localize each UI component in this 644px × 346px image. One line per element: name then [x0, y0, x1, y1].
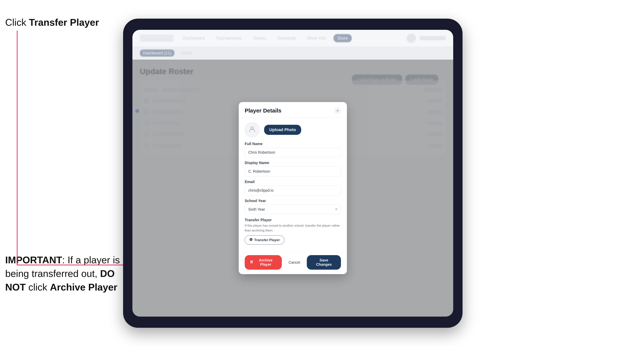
transfer-btn-label: Transfer Player — [254, 238, 280, 242]
display-name-label: Display Name — [245, 161, 341, 165]
email-group: Email — [245, 180, 341, 195]
archive-player-button[interactable]: Archive Player — [245, 255, 282, 270]
instruction-bold: Transfer Player — [29, 17, 99, 28]
sub-nav-active[interactable]: Active — [178, 49, 195, 57]
upload-photo-button[interactable]: Upload Photo — [264, 125, 301, 135]
school-year-select[interactable]: First Year Second Year Third Year Fourth… — [245, 204, 341, 214]
school-year-group: School Year First Year Second Year Third… — [245, 199, 341, 214]
display-name-group: Display Name — [245, 161, 341, 176]
nav-item-store[interactable]: Store — [334, 34, 352, 42]
archive-btn-label: Archive Player — [255, 258, 276, 267]
nav-avatar — [406, 33, 416, 43]
transfer-description: If this player has moved to another scho… — [245, 223, 341, 233]
important-bold: IMPORTANT — [5, 255, 62, 265]
nav-item-dashboard[interactable]: Dashboard — [179, 34, 208, 42]
nav-item-teams[interactable]: Teams — [249, 34, 270, 42]
save-changes-button[interactable]: Save Changes — [307, 255, 341, 270]
modal-overlay: Player Details × — [132, 60, 453, 317]
email-label: Email — [245, 180, 341, 184]
main-content: Update Roster + Add Player to Roster + A… — [132, 60, 453, 317]
transfer-player-button[interactable]: Transfer Player — [245, 235, 284, 244]
email-input[interactable] — [245, 185, 341, 195]
modal-header: Player Details × — [239, 102, 347, 118]
nav-item-schedule[interactable]: Schedule — [274, 34, 300, 42]
full-name-group: Full Name — [245, 142, 341, 157]
cancel-button[interactable]: Cancel — [285, 257, 304, 268]
avatar-circle — [245, 122, 260, 137]
person-icon — [249, 126, 256, 134]
tablet-device: Dashboard Tournaments Teams Schedule Mor… — [123, 19, 462, 328]
tablet-screen: Dashboard Tournaments Teams Schedule Mor… — [132, 30, 453, 317]
player-details-modal: Player Details × — [239, 102, 347, 274]
nav-item-more[interactable]: More Info — [304, 34, 330, 42]
display-name-input[interactable] — [245, 167, 341, 176]
instruction-bottom: IMPORTANT: If a player isbeing transferr… — [5, 253, 120, 294]
nav-logo — [140, 34, 174, 42]
instruction-top: Click Transfer Player — [5, 17, 99, 28]
nav-items: Dashboard Tournaments Teams Schedule Mor… — [179, 34, 401, 42]
avatar-section: Upload Photo — [245, 122, 341, 137]
full-name-label: Full Name — [245, 142, 341, 146]
transfer-label: Transfer Player — [245, 218, 341, 222]
modal-close-button[interactable]: × — [334, 107, 341, 114]
sub-nav-dashboard[interactable]: Dashboard (11) — [140, 49, 174, 57]
modal-footer: Archive Player Cancel Save Changes — [239, 252, 347, 274]
archive-icon — [250, 260, 253, 265]
nav-item-tournaments[interactable]: Tournaments — [212, 34, 246, 42]
sub-nav: Dashboard (11) Active — [132, 46, 453, 60]
arrow-vertical — [17, 31, 18, 265]
full-name-input[interactable] — [245, 148, 341, 157]
modal-body: Upload Photo Full Name Display Name — [239, 118, 347, 252]
transfer-section: Transfer Player If this player has moved… — [245, 218, 341, 244]
nav-right — [406, 33, 446, 43]
instruction-prefix: Click — [5, 17, 29, 28]
nav-user-name — [420, 36, 446, 40]
nav-bar: Dashboard Tournaments Teams Schedule Mor… — [132, 30, 453, 46]
svg-rect-1 — [250, 261, 253, 261]
modal-title: Player Details — [245, 107, 282, 114]
school-year-label: School Year — [245, 199, 341, 203]
transfer-icon — [249, 238, 253, 242]
